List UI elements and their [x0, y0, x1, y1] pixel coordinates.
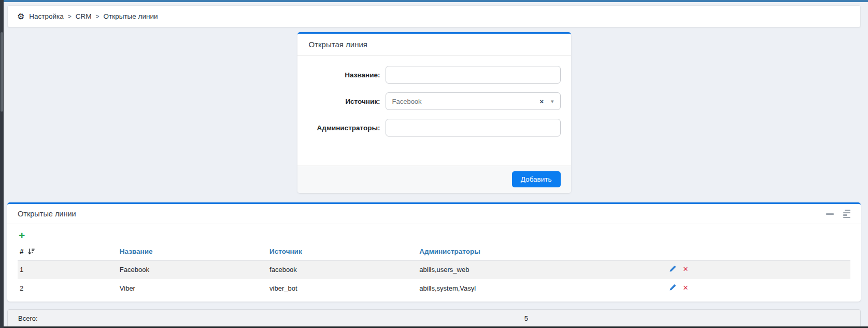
caret-down-icon[interactable]: ▾ — [551, 98, 554, 105]
scrollbar-thumb[interactable] — [1, 32, 3, 112]
breadcrumb-item-settings[interactable]: Настройка — [29, 12, 63, 20]
table-body: 1Facebookfacebookabills,users_web✕2Viber… — [18, 261, 850, 298]
form-footer: Добавить — [297, 166, 571, 193]
edit-icon[interactable] — [669, 285, 676, 293]
admins-label: Администраторы: — [308, 124, 380, 132]
total-value: 5 — [524, 315, 528, 322]
form-body: Название: Источник: Facebook × ▾ Админис… — [297, 56, 571, 166]
page: ⚙ Настройка > CRM > Открытые линии Откры… — [4, 0, 868, 327]
open-lines-table: # Название — [18, 244, 850, 297]
cell-num: 2 — [18, 279, 118, 298]
cell-admins: abills,system,Vasyl — [417, 279, 667, 298]
column-header-actions — [667, 244, 850, 261]
form-row-admins: Администраторы: — [308, 119, 561, 136]
column-header-name[interactable]: Название — [118, 244, 267, 261]
column-header-source[interactable]: Источник — [267, 244, 417, 261]
clear-icon[interactable]: × — [539, 98, 544, 105]
breadcrumb-item-crm[interactable]: CRM — [76, 12, 92, 20]
admins-input[interactable] — [386, 119, 561, 136]
breadcrumb-item-open-lines: Открытые линии — [104, 12, 158, 20]
left-scrollbar[interactable] — [0, 0, 4, 328]
edit-icon[interactable] — [669, 266, 676, 274]
table-row: 2Viberviber_botabills,system,Vasyl✕ — [18, 279, 850, 298]
column-header-admins[interactable]: Администраторы — [417, 244, 667, 261]
row-actions: ✕ — [667, 261, 850, 279]
add-submit-button[interactable]: Добавить — [512, 171, 561, 187]
cell-source: facebook — [267, 261, 417, 279]
source-select[interactable]: Facebook × ▾ — [386, 92, 561, 110]
add-row-icon[interactable]: + — [18, 228, 26, 244]
table-row: 1Facebookfacebookabills,users_web✕ — [18, 261, 850, 279]
delete-icon[interactable]: ✕ — [682, 265, 688, 273]
panel-header-icons — [826, 210, 850, 218]
table-panel-header: Открытые линии — [7, 204, 861, 224]
row-actions: ✕ — [667, 279, 850, 298]
table-header-row: # Название — [18, 244, 850, 261]
open-line-form-panel: Открытая линия Название: Источник: Faceb… — [297, 32, 571, 193]
form-row-name: Название: — [308, 66, 561, 84]
name-label: Название: — [308, 71, 380, 79]
gear-icon: ⚙ — [17, 12, 24, 21]
num-header-label: # — [20, 248, 24, 255]
source-select-value: Facebook — [392, 98, 540, 105]
breadcrumb-separator: > — [95, 13, 100, 20]
collapse-icon[interactable] — [826, 213, 834, 215]
table-panel-title: Открытые линии — [18, 210, 76, 218]
open-lines-panel: Открытые линии + # — [7, 202, 861, 302]
breadcrumb: ⚙ Настройка > CRM > Открытые линии — [7, 5, 861, 28]
cell-name: Viber — [118, 279, 267, 298]
breadcrumb-separator: > — [67, 13, 72, 20]
window-top-edge — [0, 0, 868, 2]
cell-num: 1 — [18, 261, 118, 279]
table-wrap: + # — [7, 224, 861, 302]
source-label: Источник: — [308, 98, 380, 105]
cell-source: viber_bot — [267, 279, 417, 298]
sort-icon — [28, 248, 35, 255]
total-bar: Всего: 5 — [7, 309, 861, 327]
total-label: Всего: — [18, 315, 38, 322]
column-header-num[interactable]: # — [18, 244, 118, 261]
form-panel-title: Открытая линия — [297, 34, 571, 56]
delete-icon[interactable]: ✕ — [682, 284, 688, 292]
form-row-source: Источник: Facebook × ▾ — [308, 92, 561, 110]
cell-admins: abills,users_web — [417, 261, 667, 279]
list-menu-icon[interactable] — [843, 210, 850, 218]
cell-name: Facebook — [118, 261, 267, 279]
name-input[interactable] — [386, 66, 561, 84]
